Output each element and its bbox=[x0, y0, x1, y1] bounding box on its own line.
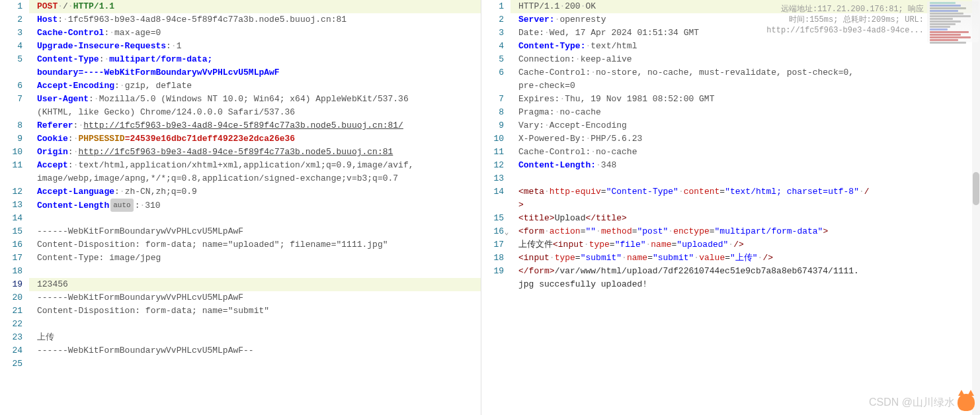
code-row[interactable]: Pragma:·no-cache bbox=[510, 106, 980, 119]
code-row[interactable]: Accept-Encoding:·gzip, deflate bbox=[29, 79, 481, 93]
code-row[interactable]: > bbox=[510, 199, 980, 212]
code-row[interactable] bbox=[29, 212, 481, 225]
request-pane[interactable]: 1234567891011121314151617181920212223242… bbox=[0, 0, 481, 415]
code-row[interactable]: </form>/var/www/html/upload/7df22610744e… bbox=[510, 265, 980, 278]
code-row[interactable] bbox=[29, 318, 481, 331]
code-row[interactable]: Referer:·http://1fc5f963-b9e3-4ad8-94ce-… bbox=[29, 119, 481, 132]
code-row[interactable]: Content-Length:·348 bbox=[510, 159, 980, 172]
code-row[interactable]: POST·/·HTTP/1.1 bbox=[29, 0, 481, 13]
code-row[interactable]: Expires:·Thu, 19 Nov 1981 08:52:00 GMT bbox=[510, 93, 980, 106]
code-row[interactable]: Cache-Control:·max-age=0 bbox=[29, 26, 481, 40]
scrollbar-track[interactable] bbox=[972, 0, 980, 415]
code-row[interactable]: Origin:·http://1fc5f963-b9e3-4ad8-94ce-5… bbox=[29, 146, 481, 159]
code-row[interactable]: Content-Type: image/jpeg bbox=[29, 252, 481, 265]
code-row[interactable]: pre-check=0 bbox=[510, 79, 980, 93]
code-row[interactable]: <title>Upload</title> bbox=[510, 212, 980, 225]
request-code[interactable]: POST·/·HTTP/1.1 Host:·1fc5f963-b9e3-4ad8… bbox=[29, 0, 481, 371]
code-row[interactable]: User-Agent:·Mozilla/5.0 (Windows NT 10.0… bbox=[29, 93, 481, 106]
fox-icon bbox=[958, 394, 975, 411]
code-row[interactable]: Cookie:·PHPSESSID=24539e16dbc71deff49223… bbox=[29, 132, 481, 146]
code-row[interactable]: X-Powered-By:·PHP/5.6.23 bbox=[510, 132, 980, 146]
response-code[interactable]: HTTP/1.1·200·OK Server:·openresty Date:·… bbox=[510, 0, 980, 291]
main-split: 1234567891011121314151617181920212223242… bbox=[0, 0, 980, 415]
minimap[interactable] bbox=[927, 1, 979, 42]
code-row[interactable]: (KHTML, like Gecko) Chrome/124.0.0.0 Saf… bbox=[29, 106, 481, 119]
response-gutter: 12345678910111213141516171819 bbox=[481, 0, 510, 415]
code-row[interactable]: Content-Type:·text/html bbox=[510, 40, 980, 53]
code-row[interactable]: <meta·http-equiv="Content-Type"·content=… bbox=[510, 185, 980, 199]
code-row[interactable]: ------WebKitFormBoundarywVvPHLcvU5MLpAwF… bbox=[29, 344, 481, 357]
code-row[interactable] bbox=[510, 172, 980, 185]
code-row[interactable]: Accept-Language:·zh-CN,zh;q=0.9 bbox=[29, 185, 481, 199]
code-row[interactable]: Content-Disposition: form-data; name="su… bbox=[29, 304, 481, 318]
code-row[interactable]: 上传文件<input·type="file"·name="uploaded"·/… bbox=[510, 238, 980, 252]
code-row[interactable]: Content-Lengthauto:·310 bbox=[29, 199, 481, 212]
code-row[interactable]: <input·type="submit"·name="submit"·value… bbox=[510, 252, 980, 265]
code-row[interactable]: Host:·1fc5f963-b9e3-4ad8-94ce-5f89f4c77a… bbox=[29, 13, 481, 26]
response-pane[interactable]: 远端地址:117.21.200.176:81; 响应 时间:155ms; 总耗时… bbox=[481, 0, 980, 415]
code-row-active[interactable]: 123456 bbox=[29, 278, 481, 291]
code-row[interactable]: Cache-Control:·no-cache bbox=[510, 146, 980, 159]
code-row[interactable]: image/webp,image/apng,*/*;q=0.8,applicat… bbox=[29, 172, 481, 185]
code-row[interactable]: ⌄<form·action=""·method="post"·enctype="… bbox=[510, 225, 980, 238]
code-row[interactable]: ------WebKitFormBoundarywVvPHLcvU5MLpAwF bbox=[29, 291, 481, 304]
code-row[interactable]: Upgrade-Insecure-Requests:·1 bbox=[29, 40, 481, 53]
scrollbar-thumb[interactable] bbox=[973, 172, 979, 205]
code-row[interactable]: ------WebKitFormBoundarywVvPHLcvU5MLpAwF bbox=[29, 225, 481, 238]
fold-icon[interactable]: ⌄ bbox=[503, 226, 510, 239]
code-row[interactable]: Vary:·Accept-Encoding bbox=[510, 119, 980, 132]
code-row[interactable]: Accept:·text/html,application/xhtml+xml,… bbox=[29, 159, 481, 172]
code-row[interactable]: 上传 bbox=[29, 331, 481, 344]
code-row[interactable]: Cache-Control:·no-store, no-cache, must-… bbox=[510, 66, 980, 79]
code-row[interactable] bbox=[29, 265, 481, 278]
auto-badge: auto bbox=[110, 199, 133, 212]
code-row[interactable]: jpg succesfully uploaded! bbox=[510, 278, 980, 291]
watermark: CSDN @山川绿水 bbox=[869, 394, 975, 411]
code-row[interactable]: boundary=----WebKitFormBoundarywVvPHLcvU… bbox=[29, 66, 481, 79]
response-meta-overlay: 远端地址:117.21.200.176:81; 响应 时间:155ms; 总耗时… bbox=[766, 4, 924, 36]
request-gutter: 1234567891011121314151617181920212223242… bbox=[0, 0, 29, 415]
code-row[interactable] bbox=[29, 357, 481, 371]
code-row[interactable]: Content-Disposition: form-data; name="up… bbox=[29, 238, 481, 252]
code-row[interactable]: Connection:·keep-alive bbox=[510, 53, 980, 66]
code-row[interactable]: Content-Type:·multipart/form-data; bbox=[29, 53, 481, 66]
